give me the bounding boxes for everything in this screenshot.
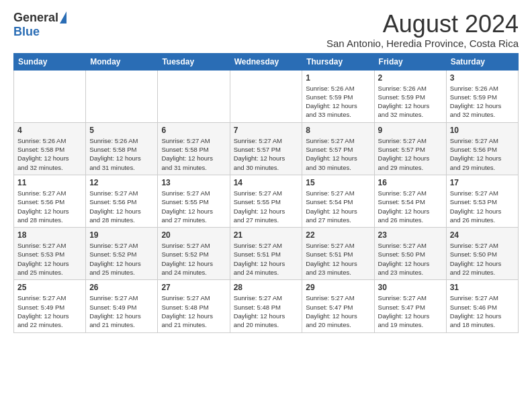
day-info: Sunrise: 5:27 AM Sunset: 5:48 PM Dayligh… <box>234 293 299 329</box>
day-info: Sunrise: 5:26 AM Sunset: 5:58 PM Dayligh… <box>89 136 154 172</box>
day-number: 15 <box>306 178 370 187</box>
table-row: 10Sunrise: 5:27 AM Sunset: 5:56 PM Dayli… <box>446 122 518 175</box>
day-number: 12 <box>89 178 154 187</box>
day-number: 5 <box>89 126 154 135</box>
table-row: 11Sunrise: 5:27 AM Sunset: 5:56 PM Dayli… <box>14 175 86 227</box>
table-row: 4Sunrise: 5:26 AM Sunset: 5:58 PM Daylig… <box>14 122 86 175</box>
calendar-week-row: 1Sunrise: 5:26 AM Sunset: 5:59 PM Daylig… <box>14 70 519 122</box>
day-info: Sunrise: 5:27 AM Sunset: 5:47 PM Dayligh… <box>306 293 370 329</box>
logo-triangle-icon <box>60 11 66 24</box>
day-info: Sunrise: 5:27 AM Sunset: 5:53 PM Dayligh… <box>17 241 82 277</box>
day-info: Sunrise: 5:27 AM Sunset: 5:51 PM Dayligh… <box>234 241 299 277</box>
day-info: Sunrise: 5:27 AM Sunset: 5:55 PM Dayligh… <box>234 189 299 224</box>
col-thursday: Thursday <box>302 53 374 70</box>
logo: General Blue <box>13 11 66 39</box>
day-info: Sunrise: 5:26 AM Sunset: 5:59 PM Dayligh… <box>306 84 370 120</box>
day-number: 28 <box>234 283 299 292</box>
calendar-table: Sunday Monday Tuesday Wednesday Thursday… <box>13 53 519 333</box>
day-info: Sunrise: 5:26 AM Sunset: 5:59 PM Dayligh… <box>378 84 443 120</box>
col-friday: Friday <box>374 53 446 70</box>
day-number: 23 <box>378 230 443 240</box>
table-row: 17Sunrise: 5:27 AM Sunset: 5:53 PM Dayli… <box>446 175 518 227</box>
day-number: 17 <box>450 178 515 187</box>
day-number: 13 <box>161 178 226 187</box>
day-info: Sunrise: 5:27 AM Sunset: 5:56 PM Dayligh… <box>17 189 82 224</box>
table-row: 26Sunrise: 5:27 AM Sunset: 5:49 PM Dayli… <box>86 280 158 332</box>
day-number: 4 <box>17 126 82 135</box>
day-number: 21 <box>234 230 299 240</box>
col-tuesday: Tuesday <box>158 53 230 70</box>
day-number: 19 <box>89 230 154 240</box>
day-info: Sunrise: 5:27 AM Sunset: 5:51 PM Dayligh… <box>306 241 370 277</box>
day-number: 31 <box>450 283 515 292</box>
day-number: 9 <box>378 126 443 135</box>
col-wednesday: Wednesday <box>230 53 302 70</box>
day-number: 18 <box>17 230 82 240</box>
table-row: 2Sunrise: 5:26 AM Sunset: 5:59 PM Daylig… <box>374 70 446 122</box>
table-row <box>158 70 230 122</box>
day-info: Sunrise: 5:27 AM Sunset: 5:57 PM Dayligh… <box>306 136 370 172</box>
col-sunday: Sunday <box>14 53 86 70</box>
page-container: General Blue August 2024 San Antonio, He… <box>0 0 532 340</box>
day-number: 20 <box>161 230 226 240</box>
table-row: 29Sunrise: 5:27 AM Sunset: 5:47 PM Dayli… <box>302 280 374 332</box>
day-number: 25 <box>17 283 82 292</box>
calendar-week-row: 18Sunrise: 5:27 AM Sunset: 5:53 PM Dayli… <box>14 228 519 280</box>
day-number: 11 <box>17 178 82 187</box>
day-info: Sunrise: 5:27 AM Sunset: 5:49 PM Dayligh… <box>17 293 82 329</box>
day-info: Sunrise: 5:27 AM Sunset: 5:56 PM Dayligh… <box>89 189 154 224</box>
table-row: 6Sunrise: 5:27 AM Sunset: 5:58 PM Daylig… <box>158 122 230 175</box>
table-row <box>230 70 302 122</box>
table-row: 13Sunrise: 5:27 AM Sunset: 5:55 PM Dayli… <box>158 175 230 227</box>
day-info: Sunrise: 5:27 AM Sunset: 5:49 PM Dayligh… <box>89 293 154 329</box>
table-row <box>14 70 86 122</box>
day-number: 10 <box>450 126 515 135</box>
col-monday: Monday <box>86 53 158 70</box>
day-number: 14 <box>234 178 299 187</box>
day-info: Sunrise: 5:27 AM Sunset: 5:52 PM Dayligh… <box>161 241 226 277</box>
table-row: 12Sunrise: 5:27 AM Sunset: 5:56 PM Dayli… <box>86 175 158 227</box>
table-row: 18Sunrise: 5:27 AM Sunset: 5:53 PM Dayli… <box>14 228 86 280</box>
day-info: Sunrise: 5:27 AM Sunset: 5:57 PM Dayligh… <box>378 136 443 172</box>
table-row <box>86 70 158 122</box>
day-info: Sunrise: 5:27 AM Sunset: 5:46 PM Dayligh… <box>450 293 515 329</box>
day-number: 1 <box>306 73 370 83</box>
calendar-week-row: 4Sunrise: 5:26 AM Sunset: 5:58 PM Daylig… <box>14 122 519 175</box>
location-subtitle: San Antonio, Heredia Province, Costa Ric… <box>326 38 519 49</box>
day-number: 30 <box>378 283 443 292</box>
table-row: 30Sunrise: 5:27 AM Sunset: 5:47 PM Dayli… <box>374 280 446 332</box>
table-row: 31Sunrise: 5:27 AM Sunset: 5:46 PM Dayli… <box>446 280 518 332</box>
day-number: 3 <box>450 73 515 83</box>
day-info: Sunrise: 5:27 AM Sunset: 5:57 PM Dayligh… <box>234 136 299 172</box>
day-number: 26 <box>89 283 154 292</box>
day-info: Sunrise: 5:27 AM Sunset: 5:50 PM Dayligh… <box>450 241 515 277</box>
day-number: 7 <box>234 126 299 135</box>
table-row: 20Sunrise: 5:27 AM Sunset: 5:52 PM Dayli… <box>158 228 230 280</box>
day-info: Sunrise: 5:27 AM Sunset: 5:53 PM Dayligh… <box>450 189 515 224</box>
table-row: 7Sunrise: 5:27 AM Sunset: 5:57 PM Daylig… <box>230 122 302 175</box>
table-row: 19Sunrise: 5:27 AM Sunset: 5:52 PM Dayli… <box>86 228 158 280</box>
logo-blue: Blue <box>13 25 40 39</box>
table-row: 5Sunrise: 5:26 AM Sunset: 5:58 PM Daylig… <box>86 122 158 175</box>
table-row: 3Sunrise: 5:26 AM Sunset: 5:59 PM Daylig… <box>446 70 518 122</box>
day-info: Sunrise: 5:27 AM Sunset: 5:52 PM Dayligh… <box>89 241 154 277</box>
day-info: Sunrise: 5:27 AM Sunset: 5:55 PM Dayligh… <box>161 189 226 224</box>
table-row: 27Sunrise: 5:27 AM Sunset: 5:48 PM Dayli… <box>158 280 230 332</box>
table-row: 15Sunrise: 5:27 AM Sunset: 5:54 PM Dayli… <box>302 175 374 227</box>
day-number: 6 <box>161 126 226 135</box>
day-number: 16 <box>378 178 443 187</box>
day-number: 2 <box>378 73 443 83</box>
day-number: 22 <box>306 230 370 240</box>
table-row: 9Sunrise: 5:27 AM Sunset: 5:57 PM Daylig… <box>374 122 446 175</box>
page-header: General Blue August 2024 San Antonio, He… <box>13 11 519 49</box>
day-number: 24 <box>450 230 515 240</box>
table-row: 23Sunrise: 5:27 AM Sunset: 5:50 PM Dayli… <box>374 228 446 280</box>
table-row: 16Sunrise: 5:27 AM Sunset: 5:54 PM Dayli… <box>374 175 446 227</box>
month-title: August 2024 <box>326 11 519 38</box>
col-saturday: Saturday <box>446 53 518 70</box>
logo-general: General <box>13 11 58 25</box>
table-row: 21Sunrise: 5:27 AM Sunset: 5:51 PM Dayli… <box>230 228 302 280</box>
table-row: 14Sunrise: 5:27 AM Sunset: 5:55 PM Dayli… <box>230 175 302 227</box>
day-info: Sunrise: 5:27 AM Sunset: 5:48 PM Dayligh… <box>161 293 226 329</box>
calendar-week-row: 25Sunrise: 5:27 AM Sunset: 5:49 PM Dayli… <box>14 280 519 332</box>
